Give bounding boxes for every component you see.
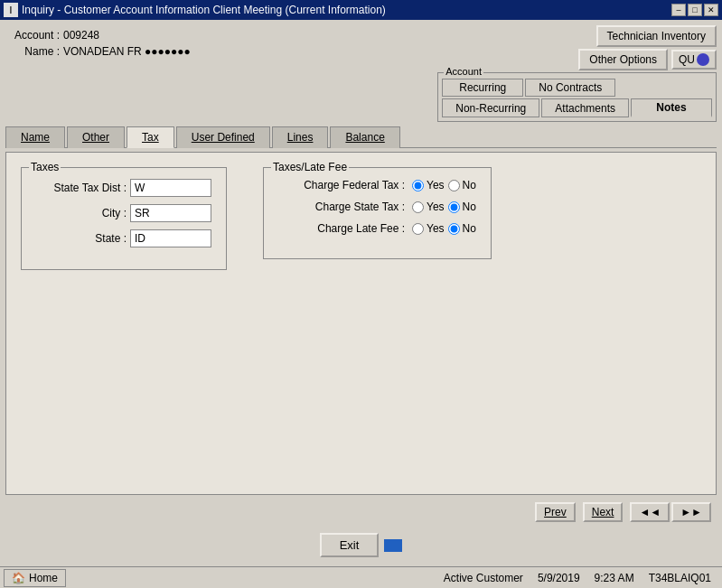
account-group-label: Account xyxy=(444,66,483,77)
charge-late-fee-row: Charge Late Fee : Yes No xyxy=(278,222,476,235)
taxes-group-label: Taxes xyxy=(29,161,61,173)
no-label-late: No xyxy=(463,222,476,235)
tab-tax[interactable]: Tax xyxy=(127,126,174,148)
options-row: Other Options QU xyxy=(578,49,717,70)
taxes-group: Taxes State Tax Dist : City : State : xyxy=(21,167,227,270)
account-group: Account Recurring No Contracts Non-Recur… xyxy=(437,72,717,122)
charge-state-tax-no-option[interactable]: No xyxy=(448,201,476,213)
home-label: Home xyxy=(29,572,58,584)
home-icon: 🏠 xyxy=(12,572,25,584)
back-arrows-button[interactable]: ◄◄ xyxy=(630,502,670,522)
charge-federal-tax-no-option[interactable]: No xyxy=(448,179,476,191)
state-input[interactable] xyxy=(130,229,211,247)
tab-user-defined[interactable]: User Defined xyxy=(176,126,270,148)
charge-late-fee-yes-option[interactable]: Yes xyxy=(412,222,445,235)
next-button[interactable]: Next xyxy=(583,502,624,522)
charge-federal-tax-row: Charge Federal Tax : Yes No xyxy=(278,179,476,191)
qu-icon xyxy=(697,53,709,66)
tab-lines-label: Lines xyxy=(287,131,314,144)
tab-balance-label: Balance xyxy=(345,131,384,144)
account-tabs-row2: Non-Recurring Attachments Notes xyxy=(442,98,712,117)
name-label: Name : xyxy=(5,45,60,58)
active-customer-status: Active Customer xyxy=(444,572,523,584)
charge-federal-tax-radio-group: Yes No xyxy=(412,179,476,191)
bottom-actions: Prev Next ◄◄ ►► xyxy=(5,499,717,526)
prev-button[interactable]: Prev xyxy=(535,502,576,522)
exit-button[interactable]: Exit xyxy=(320,533,380,557)
tab-user-defined-label: User Defined xyxy=(192,131,255,144)
title-bar: I Inquiry - Customer Account Information… xyxy=(0,0,722,20)
charge-late-fee-label: Charge Late Fee : xyxy=(278,222,405,235)
qu-label: QU xyxy=(679,53,695,66)
window-body: Account : 009248 Name : VONADEAN FR ●●●●… xyxy=(0,20,722,566)
top-area: Account : 009248 Name : VONADEAN FR ●●●●… xyxy=(5,25,717,122)
no-label-federal: No xyxy=(463,179,476,191)
state-row: State : xyxy=(36,229,211,247)
home-button[interactable]: 🏠 Home xyxy=(4,569,66,587)
status-info: Active Customer 5/9/2019 9:23 AM T34BLAI… xyxy=(66,572,718,584)
state-tax-dist-input[interactable] xyxy=(130,179,211,197)
tech-inventory-button[interactable]: Technician Inventory xyxy=(596,25,717,47)
account-value: 009248 xyxy=(63,29,99,42)
late-fee-group: Taxes/Late Fee Charge Federal Tax : Yes … xyxy=(263,167,492,259)
charge-state-tax-label: Charge State Tax : xyxy=(278,201,405,213)
late-fee-group-label: Taxes/Late Fee xyxy=(271,161,349,173)
tab-attachments[interactable]: Attachments xyxy=(541,98,629,117)
exit-area: Exit xyxy=(5,529,717,561)
charge-federal-tax-yes-option[interactable]: Yes xyxy=(412,179,445,191)
city-row: City : xyxy=(36,204,211,222)
tab-other-label: Other xyxy=(82,131,109,144)
charge-late-fee-yes-radio[interactable] xyxy=(412,223,424,235)
qu-button[interactable]: QU xyxy=(671,50,717,70)
close-button[interactable]: ✕ xyxy=(704,4,718,16)
charge-late-fee-no-option[interactable]: No xyxy=(448,222,476,235)
yes-label-late: Yes xyxy=(427,222,445,235)
account-row: Account : 009248 xyxy=(5,29,191,42)
nav-arrows: ◄◄ ►► xyxy=(630,502,711,522)
tab-balance[interactable]: Balance xyxy=(330,126,399,148)
yes-label-state: Yes xyxy=(427,201,445,213)
no-label-state: No xyxy=(463,201,476,213)
other-options-button[interactable]: Other Options xyxy=(578,49,668,70)
city-input[interactable] xyxy=(130,204,211,222)
exit-icon xyxy=(384,539,402,552)
minimize-button[interactable]: – xyxy=(671,4,686,16)
tab-non-recurring[interactable]: Non-Recurring xyxy=(442,98,539,117)
date-status: 5/9/2019 xyxy=(538,572,580,584)
app-icon: I xyxy=(4,3,18,17)
charge-federal-tax-yes-radio[interactable] xyxy=(412,180,424,191)
state-label: State : xyxy=(36,232,127,245)
charge-federal-tax-no-radio[interactable] xyxy=(448,180,460,191)
account-tabs-row1: Recurring No Contracts xyxy=(442,79,712,97)
top-right: Technician Inventory Other Options QU Ac… xyxy=(437,25,717,122)
code-status: T34BLAIQ01 xyxy=(649,572,711,584)
tab-no-contracts[interactable]: No Contracts xyxy=(525,79,615,97)
charge-state-tax-yes-option[interactable]: Yes xyxy=(412,201,445,213)
status-bar: 🏠 Home Active Customer 5/9/2019 9:23 AM … xyxy=(0,566,722,588)
charge-state-tax-row: Charge State Tax : Yes No xyxy=(278,201,476,213)
account-label: Account : xyxy=(5,29,60,42)
window-title: Inquiry - Customer Account Information C… xyxy=(22,4,386,16)
name-value: VONADEAN FR ●●●●●●● xyxy=(63,45,191,58)
tab-tax-label: Tax xyxy=(142,131,159,144)
restore-button[interactable]: □ xyxy=(688,4,702,16)
account-info: Account : 009248 Name : VONADEAN FR ●●●●… xyxy=(5,25,191,58)
charge-federal-tax-label: Charge Federal Tax : xyxy=(278,179,405,191)
charge-state-tax-no-radio[interactable] xyxy=(448,201,460,213)
tab-other[interactable]: Other xyxy=(67,126,125,148)
yes-label-federal: Yes xyxy=(427,179,445,191)
name-row: Name : VONADEAN FR ●●●●●●● xyxy=(5,45,191,58)
tab-lines[interactable]: Lines xyxy=(272,126,329,148)
time-status: 9:23 AM xyxy=(595,572,634,584)
state-tax-dist-label: State Tax Dist : xyxy=(36,182,127,194)
city-label: City : xyxy=(36,207,127,219)
tab-name[interactable]: Name xyxy=(5,126,65,148)
main-content: Taxes State Tax Dist : City : State : Ta… xyxy=(5,152,717,495)
tab-notes[interactable]: Notes xyxy=(631,98,712,117)
charge-state-tax-yes-radio[interactable] xyxy=(412,201,424,213)
forward-arrows-button[interactable]: ►► xyxy=(671,502,711,522)
charge-late-fee-no-radio[interactable] xyxy=(448,223,460,235)
tab-recurring[interactable]: Recurring xyxy=(442,79,523,97)
tab-name-label: Name xyxy=(21,131,50,144)
tab-bar: Name Other Tax User Defined Lines Balanc… xyxy=(5,126,717,148)
